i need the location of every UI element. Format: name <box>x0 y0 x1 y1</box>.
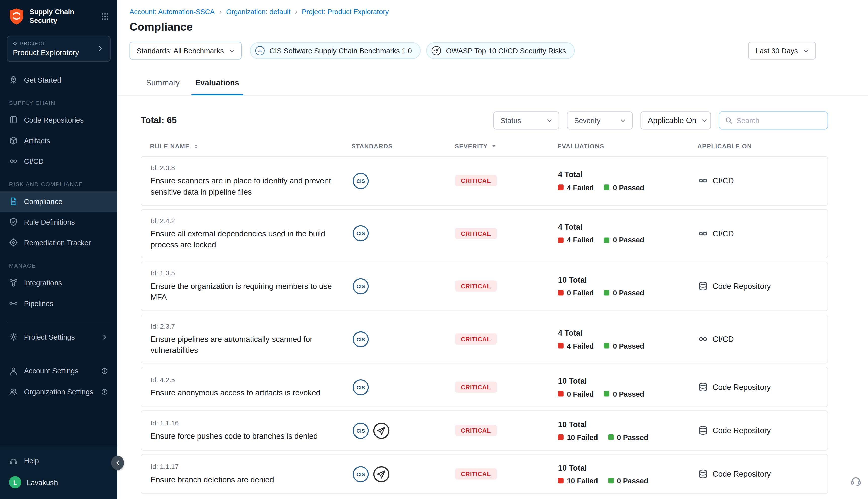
sort-icon[interactable] <box>193 143 199 149</box>
sidebar-item[interactable]: Compliance <box>0 191 117 211</box>
applicable-on-label: Code Repository <box>712 282 771 291</box>
page-title: Compliance <box>129 21 816 33</box>
rule-row[interactable]: Id: 2.4.2 Ensure all external dependenci… <box>141 209 828 258</box>
sidebar-footer: Help L Lavakush <box>0 446 117 499</box>
applicable-on-label: CI/CD <box>712 334 734 344</box>
search-box[interactable] <box>719 111 828 129</box>
owasp-icon <box>432 46 442 56</box>
severity-badge: CRITICAL <box>455 175 496 186</box>
project-eyebrow-label: PROJECT <box>20 40 46 46</box>
module-grid-icon[interactable] <box>101 12 109 20</box>
rule-row[interactable]: Id: 1.1.16 Ensure force pushes code to b… <box>141 411 828 451</box>
failed-indicator <box>558 290 564 296</box>
breadcrumb-link[interactable]: Organization: default <box>226 8 290 15</box>
sidebar-item-organization-settings[interactable]: Organization Settings <box>0 381 117 402</box>
user-menu[interactable]: L Lavakush <box>0 471 117 494</box>
tab[interactable]: Summary <box>138 69 188 95</box>
failed-count: 4 Failed <box>558 342 594 350</box>
sidebar-item[interactable]: Pipelines <box>0 293 117 314</box>
severity-filter-dropdown[interactable]: Severity <box>567 111 633 129</box>
column-severity[interactable]: SEVERITY <box>455 143 488 150</box>
rule-row[interactable]: Id: 1.1.17 Ensure branch deletions are d… <box>141 454 828 494</box>
rule-name[interactable]: Ensure scanners are in place to identify… <box>151 175 338 198</box>
evaluations-total: 10 Total <box>558 420 698 429</box>
chevron-down-icon <box>619 117 627 124</box>
passed-count: 0 Passed <box>604 183 644 192</box>
main-content: Account: Automation-SSCA Organization: d… <box>117 0 868 499</box>
table-toolbar: Total: 65 Status Severity Applicable On <box>141 111 828 129</box>
rule-name[interactable]: Ensure branch deletions are denied <box>151 474 338 485</box>
svg-text:CIS: CIS <box>357 428 365 434</box>
cis-standard-icon: CIS <box>352 278 370 295</box>
rule-row[interactable]: Id: 2.3.7 Ensure pipelines are automatic… <box>141 314 828 364</box>
breadcrumb: Account: Automation-SSCA Organization: d… <box>129 7 816 15</box>
cicd-icon <box>698 334 708 344</box>
rule-id: Id: 2.4.2 <box>151 217 338 224</box>
support-chat-button[interactable] <box>849 473 863 488</box>
sidebar-item[interactable]: Code Repositories <box>0 110 117 130</box>
applicable-on-filter-dropdown[interactable]: Applicable On <box>640 111 711 129</box>
rule-name[interactable]: Ensure force pushes code to branches is … <box>151 431 338 442</box>
svg-text:CIS: CIS <box>357 231 365 236</box>
sidebar-item[interactable]: Remediation Tracker <box>0 232 117 253</box>
rule-name[interactable]: Ensure pipelines are automatically scann… <box>151 333 338 356</box>
standard-chip[interactable]: CIS CIS Software Supply Chain Benchmarks… <box>250 42 421 59</box>
passed-indicator <box>604 343 610 349</box>
rule-row[interactable]: Id: 1.3.5 Ensure the organization is req… <box>141 261 828 311</box>
organization-icon <box>9 387 18 396</box>
sidebar-item[interactable]: CI/CD <box>0 151 117 171</box>
owasp-standard-icon <box>373 422 390 439</box>
passed-count: 0 Passed <box>608 477 649 485</box>
sidebar-item-project-settings[interactable]: Project Settings <box>0 327 117 347</box>
svg-text:CIS: CIS <box>258 49 263 52</box>
applicable-on-label: Code Repository <box>712 470 771 479</box>
cis-standard-icon: CIS <box>352 466 370 483</box>
search-icon <box>725 117 733 124</box>
search-input[interactable] <box>737 116 822 124</box>
date-range-dropdown[interactable]: Last 30 Days <box>748 42 816 60</box>
package-icon <box>9 136 18 145</box>
chevron-left-icon <box>114 460 121 466</box>
breadcrumb-item: Account: Automation-SSCA <box>129 7 226 15</box>
sidebar-item[interactable]: Integrations <box>0 272 117 293</box>
info-icon[interactable] <box>101 388 108 395</box>
info-icon[interactable] <box>101 367 108 375</box>
nav-section-manage: MANAGE <box>0 253 117 272</box>
evaluations-total: 4 Total <box>558 223 698 232</box>
column-rule-name[interactable]: RULE NAME <box>150 143 190 150</box>
breadcrumb-link[interactable]: Account: Automation-SSCA <box>129 8 215 15</box>
rule-name[interactable]: Ensure all external dependencies used in… <box>151 228 338 251</box>
rule-name[interactable]: Ensure anonymous access to artifacts is … <box>151 387 338 398</box>
rules-icon <box>9 217 18 227</box>
integrations-icon <box>9 278 18 288</box>
cicd-icon <box>698 176 708 186</box>
sidebar-item[interactable]: Artifacts <box>0 130 117 151</box>
cis-standard-icon: CIS <box>352 225 370 242</box>
sidebar-item-account-settings[interactable]: Account Settings <box>0 361 117 381</box>
rule-id: Id: 4.2.5 <box>151 376 338 384</box>
failed-count: 4 Failed <box>558 183 594 192</box>
total-count: Total: 65 <box>141 115 177 125</box>
sidebar-item-get-started[interactable]: Get Started <box>0 70 117 90</box>
sort-desc-icon[interactable] <box>491 143 496 149</box>
nav-group-risk-compliance: Compliance Rule Definitions Remediation … <box>0 191 117 253</box>
standard-chip[interactable]: OWASP Top 10 CI/CD Security Risks <box>426 42 575 59</box>
chevron-down-icon <box>803 47 810 54</box>
sidebar-item-help[interactable]: Help <box>0 451 117 471</box>
status-filter-dropdown[interactable]: Status <box>493 111 559 129</box>
standards-filter-dropdown[interactable]: Standards: All Benchmarks <box>129 42 242 60</box>
rule-row[interactable]: Id: 4.2.5 Ensure anonymous access to art… <box>141 367 828 407</box>
rule-row[interactable]: Id: 2.3.8 Ensure scanners are in place t… <box>141 156 828 206</box>
project-name: Product Exploratory <box>13 48 96 57</box>
project-selector[interactable]: PROJECT Product Exploratory <box>7 35 110 61</box>
failed-indicator <box>558 343 564 349</box>
sidebar-collapse-handle[interactable] <box>111 455 124 470</box>
tab[interactable]: Evaluations <box>188 69 247 95</box>
rule-name[interactable]: Ensure the organization is requiring mem… <box>151 281 338 303</box>
infinity-icon <box>9 157 18 166</box>
chevron-down-icon <box>546 117 553 124</box>
avatar[interactable]: L <box>9 476 21 488</box>
sidebar-item[interactable]: Rule Definitions <box>0 211 117 232</box>
code-repository-icon <box>698 382 708 392</box>
breadcrumb-link[interactable]: Project: Product Exploratory <box>302 8 389 15</box>
